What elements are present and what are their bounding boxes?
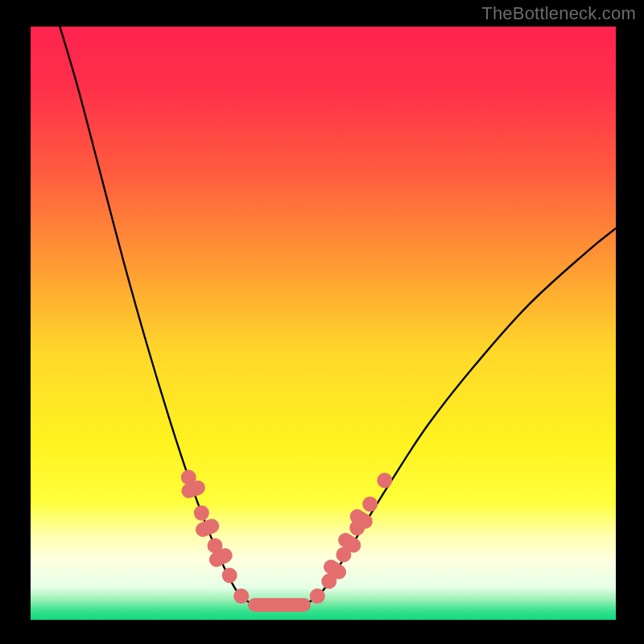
marker-dot (310, 588, 325, 604)
marker-bar (248, 598, 311, 612)
marker-dot (222, 568, 237, 583)
watermark-text: TheBottleneck.com (481, 3, 636, 24)
marker-dot (362, 497, 378, 512)
chart-stage: TheBottleneck.com (0, 0, 644, 644)
bottleneck-chart (0, 0, 644, 644)
marker-dot (233, 588, 249, 604)
marker-dot (194, 506, 209, 521)
marker-dot (377, 473, 392, 488)
plot-background (31, 27, 616, 620)
